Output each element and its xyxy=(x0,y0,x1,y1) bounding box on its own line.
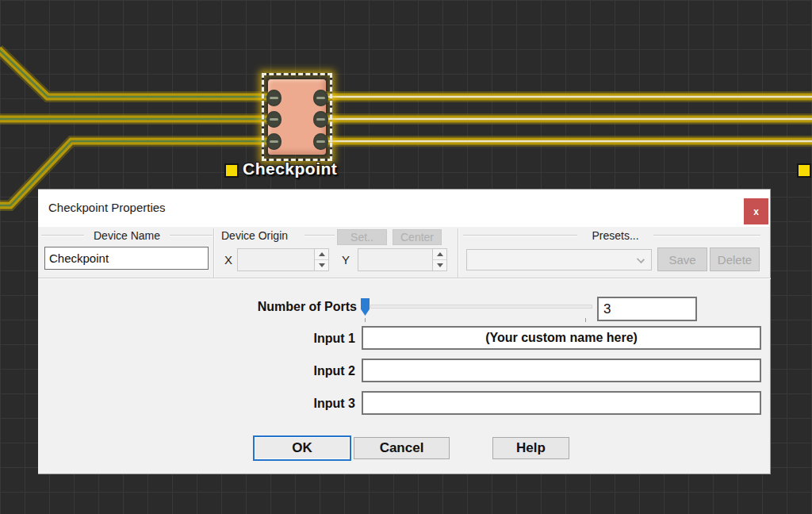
number-of-ports-label: Number of Ports xyxy=(220,300,357,314)
spinner-buttons[interactable] xyxy=(314,249,328,270)
x-origin-spinner[interactable] xyxy=(237,248,329,271)
input-2-label: Input 2 xyxy=(252,364,355,378)
device-name-input[interactable] xyxy=(44,247,209,270)
groupline xyxy=(653,235,760,236)
center-button[interactable]: Center xyxy=(393,229,442,245)
device-name-group-label: Device Name xyxy=(84,229,170,242)
pin-slot xyxy=(270,118,278,121)
strip-divider xyxy=(38,278,771,279)
groupline xyxy=(304,235,335,236)
x-label: X xyxy=(223,253,234,267)
neighbor-device-marker-square xyxy=(797,163,811,178)
pin-right-2 xyxy=(313,111,328,128)
spinner-up-icon[interactable] xyxy=(315,249,328,259)
pin-left-1 xyxy=(266,90,282,106)
device-label: Checkpoint xyxy=(243,159,337,178)
dialog-titlebar: Checkpoint Properties x xyxy=(38,190,770,227)
input-3-field[interactable] xyxy=(362,391,761,415)
pin-slot xyxy=(316,118,325,121)
x-origin-value xyxy=(238,249,314,270)
device-origin-group-label: Device Origin xyxy=(221,229,304,242)
pin-slot xyxy=(316,97,325,99)
cancel-button[interactable]: Cancel xyxy=(354,437,450,459)
spinner-buttons[interactable] xyxy=(432,249,446,270)
slider-tick xyxy=(365,318,366,322)
presets-group-label: Presets... xyxy=(579,229,652,242)
save-button[interactable]: Save xyxy=(657,247,707,271)
slider-track[interactable] xyxy=(370,305,592,309)
slider-tick xyxy=(585,318,586,322)
delete-button[interactable]: Delete xyxy=(710,247,760,271)
spinner-down-icon[interactable] xyxy=(315,259,328,270)
presets-selected-value xyxy=(467,250,651,258)
input-2-field[interactable] xyxy=(362,359,761,382)
pin-right-3 xyxy=(313,133,328,150)
input-1-field[interactable] xyxy=(362,326,761,350)
spinner-down-icon[interactable] xyxy=(433,259,446,270)
pin-slot xyxy=(270,97,278,99)
spinner-up-icon[interactable] xyxy=(433,249,446,259)
slider-thumb[interactable] xyxy=(361,298,370,316)
ok-button[interactable]: OK xyxy=(253,435,351,461)
presets-dropdown[interactable] xyxy=(466,249,652,270)
input-3-label: Input 3 xyxy=(252,397,355,411)
trace-right-group xyxy=(325,97,812,141)
input-1-label: Input 1 xyxy=(252,332,355,346)
pin-left-2 xyxy=(266,111,282,128)
y-origin-spinner[interactable] xyxy=(358,248,447,271)
y-label: Y xyxy=(340,253,351,267)
pin-slot xyxy=(316,140,325,143)
groupline xyxy=(463,235,577,236)
y-origin-value xyxy=(358,249,432,270)
checkpoint-properties-dialog: Checkpoint Properties x Device Name Devi… xyxy=(38,189,771,474)
pin-left-3 xyxy=(266,133,282,150)
help-button[interactable]: Help xyxy=(492,437,569,459)
ports-count-input[interactable] xyxy=(597,297,697,321)
separator xyxy=(458,228,459,278)
groupline xyxy=(170,235,213,236)
set-button[interactable]: Set.. xyxy=(337,229,387,245)
pin-slot xyxy=(270,140,278,143)
groupline xyxy=(41,235,84,236)
device-marker-square xyxy=(224,163,239,178)
close-icon[interactable]: x xyxy=(744,198,768,224)
trace-left-group xyxy=(0,49,270,205)
dialog-title: Checkpoint Properties xyxy=(48,201,166,214)
ports-slider[interactable] xyxy=(359,297,594,320)
separator xyxy=(213,228,215,278)
pin-right-1 xyxy=(313,90,328,106)
